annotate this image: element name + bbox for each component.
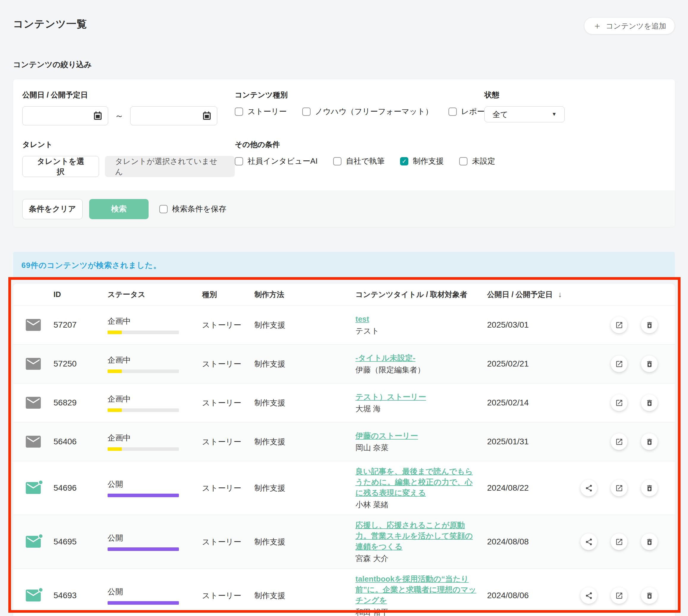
mail-icon[interactable] <box>25 397 41 409</box>
chevron-down-icon: ▼ <box>552 111 557 117</box>
save-search-condition-checkbox[interactable]: ✓ 検索条件を保存 <box>159 204 227 214</box>
open-in-new-button[interactable] <box>611 533 627 550</box>
content-title-link[interactable]: test <box>356 314 369 324</box>
open-in-new-icon <box>615 399 623 407</box>
checkbox-knowhow[interactable]: ✓ ノウハウ（フリーフォーマット） <box>302 106 433 117</box>
checkbox-unset[interactable]: ✓ 未設定 <box>459 156 495 166</box>
content-type: ストーリー <box>202 437 254 447</box>
delete-button[interactable] <box>641 480 658 496</box>
status-cell: 企画中 <box>108 316 202 334</box>
open-in-new-button[interactable] <box>611 480 627 496</box>
date-to-input[interactable] <box>96 107 202 125</box>
table-row: 56406 企画中 ストーリー 制作支援 伊藤のストーリー 岡山 奈菜 2025… <box>13 422 675 461</box>
interview-subject: 宮森 大介 <box>356 553 476 564</box>
trash-icon <box>645 538 653 546</box>
interview-subject: 和田 裕平 <box>356 607 476 616</box>
date-to-field[interactable] <box>130 106 217 125</box>
share-button[interactable] <box>580 587 597 604</box>
status-select[interactable]: 全て ▼ <box>485 106 565 123</box>
content-title-link[interactable]: 伊藤のストーリー <box>356 431 418 440</box>
publish-date: 2025/01/31 <box>487 437 570 446</box>
row-id: 56406 <box>53 437 108 446</box>
delete-button[interactable] <box>641 587 658 604</box>
status-label: 公開 <box>108 479 202 489</box>
interview-subject: 岡山 奈菜 <box>356 442 476 453</box>
status-progress-bar <box>108 447 179 451</box>
delete-button[interactable] <box>641 316 658 333</box>
checkbox-icon: ✓ <box>235 157 243 166</box>
content-type: ストーリー <box>202 359 254 369</box>
checkbox-story[interactable]: ✓ ストーリー <box>235 106 287 117</box>
table-row: 57250 企画中 ストーリー 制作支援 -タイトル未設定- 伊藤（限定編集者）… <box>13 345 675 383</box>
production-method: 制作支援 <box>254 437 356 447</box>
interview-subject: 小林 菜緒 <box>356 499 476 510</box>
other-conditions-label: その他の条件 <box>235 139 511 149</box>
header-method: 制作方法 <box>254 290 356 300</box>
mail-icon[interactable] <box>25 436 41 447</box>
production-method: 制作支援 <box>254 398 356 408</box>
delete-button[interactable] <box>641 533 658 550</box>
checkbox-icon: ✓ <box>400 157 408 166</box>
publish-date: 2024/08/08 <box>487 537 570 547</box>
date-from-input[interactable] <box>13 107 93 125</box>
row-id: 54695 <box>53 537 108 547</box>
content-title-link[interactable]: 良い記事を、最後まで読んでもらうために。編集と校正の力で、心に残る表現に変える <box>356 467 473 497</box>
header-publish-date[interactable]: 公開日 / 公開予定日↓ <box>487 290 570 300</box>
status-progress-bar <box>108 331 179 334</box>
mail-icon[interactable] <box>25 358 41 370</box>
row-actions <box>570 433 675 450</box>
publish-date: 2025/03/01 <box>487 320 570 330</box>
checkbox-icon: ✓ <box>235 108 243 116</box>
content-type: ストーリー <box>202 398 254 408</box>
delete-button[interactable] <box>641 433 658 450</box>
trash-icon <box>645 592 653 600</box>
calendar-icon[interactable] <box>202 111 212 120</box>
publish-date: 2024/08/06 <box>487 591 570 600</box>
row-actions <box>570 394 675 411</box>
open-in-new-button[interactable] <box>611 587 627 604</box>
content-title-link[interactable]: talentbookを採用活動の“当たり前”に。企業と求職者に理想のマッチングを <box>356 574 476 605</box>
checkbox-inhouse-writing[interactable]: ✓ 自社で執筆 <box>333 156 385 166</box>
content-title-link[interactable]: 応援し、応援されることが原動力。営業スキルを活かして笑顔の連鎖をつくる <box>356 521 473 551</box>
row-actions <box>570 587 675 604</box>
result-message: 69件のコンテンツが検索されました。 <box>21 260 161 270</box>
add-content-label: コンテンツを追加 <box>606 21 666 31</box>
delete-button[interactable] <box>641 394 658 411</box>
mail-icon[interactable] <box>25 536 41 548</box>
date-from-field[interactable] <box>22 106 108 125</box>
trash-icon <box>645 321 653 329</box>
checkbox-production-support[interactable]: ✓ 制作支援 <box>400 156 444 166</box>
status-progress-bar <box>108 547 179 551</box>
trash-icon <box>645 484 653 492</box>
delete-button[interactable] <box>641 355 658 372</box>
mail-icon[interactable] <box>25 482 41 494</box>
status-label: 企画中 <box>108 394 202 404</box>
header-status: ステータス <box>108 290 202 300</box>
share-button[interactable] <box>580 533 597 550</box>
filter-body: 公開日 / 公開予定日 ～ <box>13 79 675 191</box>
open-in-new-icon <box>615 321 623 329</box>
open-in-new-button[interactable] <box>611 316 627 333</box>
content-title-link[interactable]: テスト）ストーリー <box>356 392 426 401</box>
talent-label: タレント <box>22 139 235 149</box>
talent-select-button[interactable]: タレントを選択 <box>22 156 99 177</box>
share-button[interactable] <box>580 480 597 496</box>
checkbox-employee-interview-ai[interactable]: ✓ 社員インタビューAI <box>235 156 318 166</box>
search-button[interactable]: 検索 <box>89 199 149 219</box>
sort-descending-icon[interactable]: ↓ <box>558 290 562 299</box>
status-cell: 企画中 <box>108 433 202 451</box>
clear-conditions-button[interactable]: 条件をクリア <box>22 199 83 219</box>
open-in-new-button[interactable] <box>611 433 627 450</box>
open-in-new-button[interactable] <box>611 394 627 411</box>
share-icon <box>585 592 593 600</box>
mail-icon[interactable] <box>25 590 41 601</box>
title-cell: talentbookを採用活動の“当たり前”に。企業と求職者に理想のマッチングを… <box>356 574 487 616</box>
open-in-new-icon <box>615 592 623 600</box>
plus-icon: ＋ <box>593 21 602 30</box>
add-content-button[interactable]: ＋ コンテンツを追加 <box>584 17 675 35</box>
content-title-link[interactable]: -タイトル未設定- <box>356 353 415 362</box>
talent-filter-group: タレント タレントを選択 タレントが選択されていません <box>22 139 235 177</box>
open-in-new-button[interactable] <box>611 355 627 372</box>
unread-dot <box>38 480 43 485</box>
mail-icon[interactable] <box>25 319 41 331</box>
